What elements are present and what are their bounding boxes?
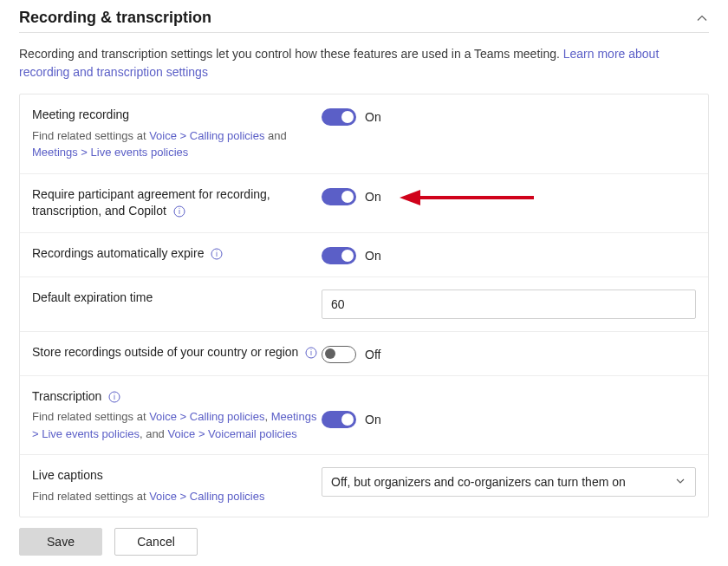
select-live-captions[interactable]: Off, but organizers and co-organizers ca… <box>322 467 696 497</box>
link-voice-calling-policies[interactable]: Voice > Calling policies <box>149 129 264 142</box>
label-live-captions: Live captions <box>32 467 322 485</box>
link-voice-calling-policies[interactable]: Voice > Calling policies <box>149 410 264 423</box>
svg-text:i: i <box>310 348 312 357</box>
toggle-state: On <box>365 190 381 204</box>
label-meeting-recording: Meeting recording <box>32 107 322 124</box>
row-meeting-recording: Meeting recording Find related settings … <box>20 94 708 174</box>
sub-text: Find related settings at <box>32 129 149 142</box>
sub-text: and <box>264 129 286 142</box>
row-participant-agreement: Require participant agreement for record… <box>20 174 708 233</box>
toggle-state: On <box>365 413 381 426</box>
row-default-expiration: Default expiration time <box>20 277 708 332</box>
sub-transcription: Find related settings at Voice > Calling… <box>32 408 322 442</box>
cancel-button[interactable]: Cancel <box>114 528 198 556</box>
link-voicemail-policies[interactable]: Voice > Voicemail policies <box>167 427 296 440</box>
intro-text: Recording and transcription settings let… <box>19 47 563 61</box>
svg-text:i: i <box>179 207 180 216</box>
row-store-outside: Store recordings outside of your country… <box>20 332 708 376</box>
svg-text:i: i <box>216 250 218 258</box>
sub-text: Find related settings at <box>32 490 149 503</box>
row-live-captions: Live captions Find related settings at V… <box>20 455 708 517</box>
input-default-expiration[interactable] <box>322 290 696 319</box>
label-default-expiration: Default expiration time <box>32 290 153 304</box>
select-value: Off, but organizers and co-organizers ca… <box>331 475 626 489</box>
section-header[interactable]: Recording & transcription <box>19 9 709 33</box>
sub-live-captions: Find related settings at Voice > Calling… <box>32 488 322 505</box>
row-transcription: Transcription i Find related settings at… <box>20 376 708 456</box>
link-live-events-policies[interactable]: Meetings > Live events policies <box>32 146 188 159</box>
sub-text: , and <box>140 427 168 440</box>
label-participant-agreement: Require participant agreement for record… <box>32 187 270 218</box>
label-store-outside: Store recordings outside of your country… <box>32 345 298 359</box>
info-icon[interactable]: i <box>108 391 120 403</box>
toggle-meeting-recording[interactable] <box>322 108 356 126</box>
info-icon[interactable]: i <box>173 205 185 218</box>
settings-panel: Meeting recording Find related settings … <box>19 94 709 517</box>
info-icon[interactable]: i <box>211 248 223 260</box>
save-button[interactable]: Save <box>19 528 102 556</box>
toggle-state: Off <box>365 348 380 361</box>
row-auto-expire: Recordings automatically expire i On <box>20 233 708 277</box>
svg-text:i: i <box>114 393 115 401</box>
chevron-up-icon[interactable] <box>695 11 709 25</box>
sub-meeting-recording: Find related settings at Voice > Calling… <box>32 127 322 161</box>
footer: Save Cancel <box>19 528 198 556</box>
sub-text: Find related settings at <box>32 410 149 423</box>
annotation-arrow-icon <box>400 185 538 211</box>
toggle-auto-expire[interactable] <box>322 247 356 264</box>
toggle-participant-agreement[interactable] <box>322 188 356 205</box>
toggle-state: On <box>365 110 381 124</box>
toggle-transcription[interactable] <box>322 411 356 428</box>
info-icon[interactable]: i <box>305 347 317 359</box>
sub-text: , <box>264 410 270 423</box>
label-transcription: Transcription <box>32 389 101 403</box>
section-intro: Recording and transcription settings let… <box>19 45 709 81</box>
toggle-state: On <box>365 249 381 263</box>
chevron-down-icon <box>674 475 686 490</box>
section-title: Recording & transcription <box>19 9 211 27</box>
label-auto-expire: Recordings automatically expire <box>32 246 204 260</box>
toggle-store-outside[interactable] <box>322 346 356 363</box>
svg-marker-3 <box>400 190 420 205</box>
link-voice-calling-policies[interactable]: Voice > Calling policies <box>149 490 264 503</box>
